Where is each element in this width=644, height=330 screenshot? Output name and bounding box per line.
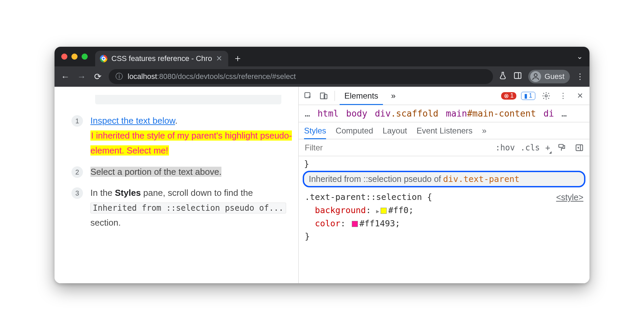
- hov-toggle[interactable]: :hov: [495, 143, 515, 152]
- step-3: 3 In the Styles pane, scroll down to fin…: [71, 185, 292, 230]
- tab-elements[interactable]: Elements: [340, 87, 383, 105]
- avatar-icon: [530, 71, 541, 82]
- titlebar: CSS features reference - Chro ✕ ＋ ⌄: [55, 47, 589, 66]
- settings-icon[interactable]: [540, 90, 552, 102]
- tab-overflow-icon[interactable]: ⌄: [577, 52, 583, 61]
- subtab-more[interactable]: »: [482, 122, 487, 139]
- address-bar[interactable]: ⓘ localhost:8080/docs/devtools/css/refer…: [109, 69, 493, 84]
- url-host: localhost: [128, 72, 157, 81]
- code-inline: Inherited from ::selection pseudo of...: [90, 203, 286, 213]
- step-2: 2 Select a portion of the text above.: [71, 164, 292, 179]
- toggle-sidebar-icon[interactable]: [573, 142, 585, 154]
- error-badge[interactable]: ⊗ 1: [501, 92, 516, 100]
- subtab-computed[interactable]: Computed: [336, 122, 373, 139]
- new-tab-button[interactable]: ＋: [231, 52, 244, 65]
- step-number: 3: [71, 187, 83, 199]
- closing-brace: }: [305, 231, 310, 241]
- menu-icon[interactable]: ⋮: [576, 72, 584, 81]
- svg-point-6: [545, 95, 548, 97]
- device-toggle-icon[interactable]: [318, 90, 330, 102]
- minimize-window-icon[interactable]: [71, 54, 78, 60]
- tab-title: CSS features reference - Chro: [111, 54, 212, 63]
- back-button[interactable]: ←: [60, 71, 71, 82]
- close-window-icon[interactable]: [61, 54, 67, 60]
- step-number: 2: [71, 166, 83, 178]
- css-rule[interactable]: <style> .text-parent::selection { backgr…: [303, 190, 585, 244]
- color-swatch-yellow[interactable]: [381, 208, 387, 214]
- rule-selector[interactable]: .text-parent::selection {: [305, 192, 432, 202]
- toolbar: ← → ⟳ ⓘ localhost:8080/docs/devtools/css…: [55, 66, 589, 87]
- step-1: 1 Inspect the text below. I inherited th…: [71, 113, 292, 158]
- styles-filter-input[interactable]: [303, 142, 490, 154]
- subtab-layout[interactable]: Layout: [383, 122, 407, 139]
- subtab-styles[interactable]: Styles: [304, 122, 326, 139]
- side-panel-icon[interactable]: [513, 71, 522, 82]
- browser-tab[interactable]: CSS features reference - Chro ✕: [95, 51, 228, 66]
- styles-subtabs: Styles Computed Layout Event Listeners »: [299, 122, 589, 139]
- svg-rect-8: [576, 145, 583, 150]
- paint-icon[interactable]: [556, 142, 568, 154]
- prop-color[interactable]: color: [315, 219, 340, 228]
- styles-filter-row: :hov .cls +◢: [299, 139, 589, 156]
- inherited-section-header[interactable]: Inherited from ::selection pseudo of div…: [303, 171, 585, 187]
- browser-window: CSS features reference - Chro ✕ ＋ ⌄ ← → …: [55, 47, 589, 283]
- forward-button[interactable]: →: [76, 71, 87, 82]
- toolbar-right: Guest ⋮: [498, 70, 584, 83]
- new-rule-button[interactable]: +◢: [545, 143, 550, 152]
- window-controls: [61, 54, 88, 60]
- styles-pane: } Inherited from ::selection pseudo of d…: [299, 156, 589, 247]
- tab-more[interactable]: »: [386, 87, 400, 105]
- url-path: :8080/docs/devtools/css/reference/#selec…: [157, 72, 296, 81]
- expand-icon[interactable]: ▶: [376, 208, 380, 214]
- svg-rect-7: [559, 144, 563, 147]
- issue-badge[interactable]: ▮ 1: [521, 92, 535, 100]
- subtab-event-listeners[interactable]: Event Listeners: [416, 122, 472, 139]
- step-2-text: Select a portion of the text above.: [90, 167, 221, 177]
- tab-close-icon[interactable]: ✕: [216, 54, 222, 63]
- cls-toggle[interactable]: .cls: [520, 143, 540, 152]
- labs-icon[interactable]: [498, 71, 507, 82]
- devtools-panel: Elements » ⊗ 1 ▮ 1 ⋮ ✕ … html body div.s…: [298, 87, 589, 283]
- codeblock-placeholder: [95, 95, 281, 104]
- prop-background[interactable]: background: [315, 205, 366, 215]
- site-info-icon[interactable]: ⓘ: [115, 71, 123, 82]
- step-number: 1: [71, 115, 83, 127]
- dom-breadcrumb[interactable]: … html body div.scaffold main#main-conte…: [299, 105, 589, 122]
- inspect-element-icon[interactable]: [302, 90, 314, 102]
- close-devtools-icon[interactable]: ✕: [574, 90, 586, 102]
- svg-point-2: [534, 74, 537, 77]
- closing-brace-top: }: [303, 159, 585, 169]
- svg-rect-0: [515, 73, 521, 78]
- rule-source-link[interactable]: <style>: [556, 191, 583, 204]
- page-viewport: 1 Inspect the text below. I inherited th…: [55, 87, 298, 283]
- content-split: 1 Inspect the text below. I inherited th…: [55, 87, 589, 283]
- profile-button[interactable]: Guest: [528, 70, 570, 83]
- profile-label: Guest: [544, 72, 564, 81]
- maximize-window-icon[interactable]: [82, 54, 88, 60]
- kebab-icon[interactable]: ⋮: [557, 90, 569, 102]
- chrome-favicon-icon: [100, 55, 107, 62]
- inspect-link[interactable]: Inspect the text below: [90, 116, 175, 126]
- color-swatch-pink[interactable]: [352, 221, 358, 227]
- devtools-toolbar: Elements » ⊗ 1 ▮ 1 ⋮ ✕: [299, 87, 589, 105]
- highlighted-text[interactable]: I inherited the style of my parent's hig…: [90, 130, 292, 156]
- reload-button[interactable]: ⟳: [92, 71, 103, 82]
